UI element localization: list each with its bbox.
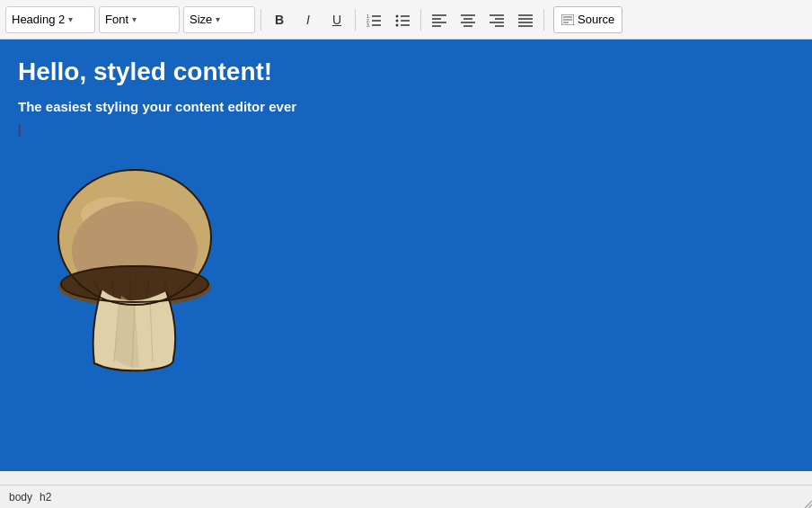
size-chevron-icon: ▾ <box>216 14 220 24</box>
editor-subtitle: The easiest styling your content editor … <box>18 99 794 114</box>
separator-3 <box>420 9 421 31</box>
source-icon <box>561 14 574 25</box>
bold-button[interactable]: B <box>267 7 292 32</box>
mushroom-image <box>40 156 220 372</box>
size-dropdown[interactable]: Size ▾ <box>183 6 255 33</box>
align-right-icon <box>490 13 504 27</box>
align-left-icon <box>432 13 446 27</box>
mushroom-svg <box>40 156 220 372</box>
align-center-icon <box>461 13 475 27</box>
ordered-list-icon: 1. 2. 3. <box>366 13 381 27</box>
svg-text:3.: 3. <box>366 22 370 27</box>
unordered-list-icon <box>395 13 410 27</box>
svg-point-6 <box>396 14 399 17</box>
source-button[interactable]: Source <box>553 6 622 33</box>
heading-chevron-icon: ▾ <box>68 14 73 24</box>
ordered-list-button[interactable]: 1. 2. 3. <box>361 7 386 32</box>
editor-title: Hello, styled content! <box>18 58 794 86</box>
size-label: Size <box>190 13 212 26</box>
svg-point-8 <box>396 23 399 26</box>
italic-button[interactable]: I <box>296 7 321 32</box>
resize-handle[interactable] <box>798 494 812 508</box>
font-label: Font <box>105 13 128 26</box>
heading-label: Heading 2 <box>12 13 65 26</box>
toolbar: Heading 2 ▾ Font ▾ Size ▾ B I U 1. 2. 3. <box>0 0 812 40</box>
statusbar: body h2 <box>0 485 812 508</box>
svg-point-7 <box>396 19 399 22</box>
resize-icon <box>798 494 812 508</box>
editor-cursor: | <box>18 123 794 136</box>
font-chevron-icon: ▾ <box>132 14 137 24</box>
statusbar-h2: h2 <box>40 491 51 504</box>
align-justify-button[interactable] <box>513 7 538 32</box>
align-right-button[interactable] <box>484 7 509 32</box>
separator-1 <box>260 9 261 31</box>
align-left-button[interactable] <box>427 7 452 32</box>
heading-dropdown[interactable]: Heading 2 ▾ <box>5 6 95 33</box>
align-center-button[interactable] <box>455 7 481 32</box>
separator-2 <box>355 9 356 31</box>
separator-4 <box>543 9 544 31</box>
statusbar-body: body <box>9 491 32 504</box>
unordered-list-button[interactable] <box>390 7 415 32</box>
font-dropdown[interactable]: Font ▾ <box>99 6 180 33</box>
editor-area[interactable]: Hello, styled content! The easiest styli… <box>0 40 812 471</box>
underline-button[interactable]: U <box>324 7 349 32</box>
source-label: Source <box>578 13 614 26</box>
svg-line-49 <box>805 501 812 508</box>
svg-line-50 <box>808 504 812 508</box>
align-justify-icon <box>518 13 533 27</box>
